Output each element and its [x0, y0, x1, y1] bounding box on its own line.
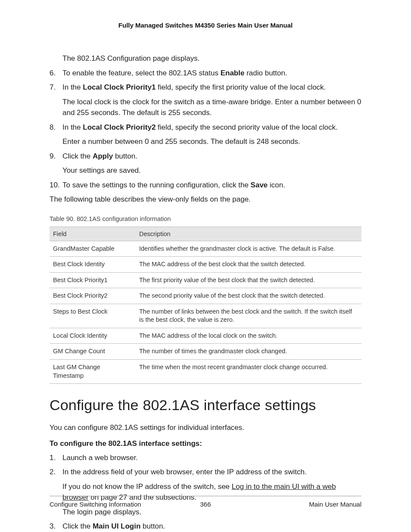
- text-run: In the: [62, 83, 83, 91]
- bold-term: Local Clock Priority1: [83, 83, 156, 91]
- bold-term: Local Clock Priority2: [83, 123, 156, 131]
- list-number: 1.: [50, 452, 56, 464]
- text-run: button.: [140, 522, 165, 530]
- config-info-table: FieldDescription GrandMaster CapableIden…: [50, 227, 361, 384]
- list-item: 3.Click the Main UI Login button.: [50, 521, 361, 532]
- table-intro-text: The following table describes the view-o…: [50, 194, 361, 205]
- table-row: Local Clock IdentityThe MAC address of t…: [50, 328, 361, 344]
- text-run: In the: [62, 123, 83, 131]
- table-cell-field: Best Clock Priority1: [50, 272, 136, 288]
- ordered-steps-b: 1.Launch a web browser.2.In the address …: [50, 452, 361, 532]
- list-item: 2.In the address field of your web brows…: [50, 467, 361, 517]
- table-cell-field: Last GM Change Timestamp: [50, 360, 136, 384]
- text-run: Click the: [62, 522, 93, 530]
- table-row: Best Clock IdentityThe MAC address of th…: [50, 257, 361, 273]
- text-run: In the address field of your web browser…: [62, 468, 307, 476]
- text-run: field, specify the first priority value …: [156, 83, 326, 91]
- bold-term: Save: [251, 181, 268, 189]
- table-row: GM Change CountThe number of times the g…: [50, 344, 361, 360]
- list-number: 3.: [50, 521, 56, 532]
- list-number: 10.: [50, 180, 60, 191]
- table-row: Last GM Change TimestampThe time when th…: [50, 360, 361, 384]
- table-cell-field: GM Change Count: [50, 344, 136, 360]
- table-cell-field: Best Clock Identity: [50, 257, 136, 273]
- table-cell-field: GrandMaster Capable: [50, 241, 136, 257]
- list-number: 8.: [50, 122, 56, 133]
- table-cell-field: Steps to Best Clock: [50, 304, 136, 328]
- table-header-cell: Description: [136, 227, 361, 241]
- list-number: 9.: [50, 151, 56, 162]
- section-intro: You can configure 802.1AS settings for i…: [50, 422, 361, 433]
- list-item: 10.To save the settings to the running c…: [50, 180, 361, 191]
- list-item: 6.To enable the feature, select the 802.…: [50, 68, 361, 79]
- page-header-title: Fully Managed Switches M4350 Series Main…: [50, 22, 361, 29]
- table-cell-description: The second priority value of the best cl…: [136, 288, 361, 304]
- text-run: Click the: [62, 152, 93, 160]
- bold-term: Apply: [93, 152, 113, 160]
- list-item: 1.Launch a web browser.: [50, 452, 361, 464]
- text-run: To enable the feature, select the 802.1A…: [62, 69, 221, 77]
- list-item: 7.In the Local Clock Priority1 field, sp…: [50, 82, 361, 118]
- intro-line: The 802.1AS Configuration page displays.: [62, 53, 361, 64]
- sub-paragraph: The local clock is the clock for the swi…: [62, 96, 361, 118]
- text-run: icon.: [268, 181, 285, 189]
- text-run: radio button.: [244, 69, 287, 77]
- bold-term: Enable: [221, 69, 245, 77]
- table-cell-field: Local Clock Identity: [50, 328, 136, 344]
- sub-paragraph: Enter a number between 0 and 255 seconds…: [62, 136, 361, 147]
- footer-right: Main User Manual: [309, 501, 361, 508]
- footer-page-number: 366: [200, 501, 211, 508]
- text-run: button.: [113, 152, 137, 160]
- text-run: To save the settings to the running conf…: [62, 181, 251, 189]
- list-number: 6.: [50, 68, 56, 79]
- section-heading: Configure the 802.1AS interface settings: [50, 397, 361, 414]
- table-header-cell: Field: [50, 227, 136, 241]
- procedure-subhead: To configure the 802.1AS interface setti…: [50, 439, 361, 448]
- list-item: 8.In the Local Clock Priority2 field, sp…: [50, 122, 361, 147]
- bold-term: Main UI Login: [93, 522, 140, 530]
- text-run: field, specify the second priority value…: [156, 123, 337, 131]
- text-run: If you do not know the IP address of the…: [62, 482, 232, 491]
- list-number: 7.: [50, 82, 56, 93]
- list-number: 2.: [50, 467, 56, 478]
- table-cell-field: Best Clock Priority2: [50, 288, 136, 304]
- footer-left: Configure Switching Information: [50, 501, 141, 508]
- table-cell-description: The time when the most recent grandmaste…: [136, 360, 361, 384]
- sub-paragraph: Your settings are saved.: [62, 165, 361, 176]
- table-caption: Table 90. 802.1AS configuration informat…: [50, 215, 361, 222]
- table-row: Steps to Best ClockThe number of links b…: [50, 304, 361, 328]
- list-item: 9.Click the Apply button.Your settings a…: [50, 151, 361, 176]
- table-row: Best Clock Priority1The first priority v…: [50, 272, 361, 288]
- table-cell-description: The number of links between the best clo…: [136, 304, 361, 328]
- table-cell-description: The MAC address of the local clock on th…: [136, 328, 361, 344]
- table-row: GrandMaster CapableIdentifies whether th…: [50, 241, 361, 257]
- table-cell-description: The first priority value of the best clo…: [136, 272, 361, 288]
- sub-paragraph: The login page displays.: [62, 507, 361, 518]
- table-row: Best Clock Priority2The second priority …: [50, 288, 361, 304]
- table-cell-description: The number of times the grandmaster cloc…: [136, 344, 361, 360]
- table-cell-description: The MAC address of the best clock that t…: [136, 257, 361, 273]
- table-cell-description: Identifies whether the grandmaster clock…: [136, 241, 361, 257]
- text-run: Launch a web browser.: [62, 454, 138, 462]
- ordered-steps-a: 6.To enable the feature, select the 802.…: [50, 68, 361, 191]
- page-footer: Configure Switching Information 366 Main…: [50, 496, 361, 508]
